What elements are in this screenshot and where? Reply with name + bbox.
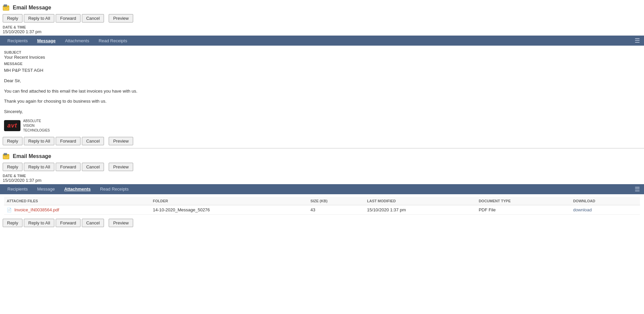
reply-all-button-2-top[interactable]: Reply to All — [24, 163, 54, 171]
reply-button-2-top[interactable]: Reply — [3, 163, 22, 171]
menu-icon-1[interactable]: ☰ — [633, 36, 641, 46]
date-section-1: DATE & TIME 15/10/2020 1:37 pm — [0, 24, 644, 36]
message-body-1: MH P&P TEST AGH Dear Sir, You can find a… — [4, 67, 640, 115]
tab-message-2[interactable]: Message — [33, 185, 60, 194]
preview-button-2-bottom[interactable]: Preview — [109, 219, 133, 227]
cancel-button-1-top[interactable]: Cancel — [82, 14, 104, 22]
tab-recipients-2[interactable]: Recipients — [3, 185, 33, 194]
date-section-2: DATE & TIME 15/10/2020 1:37 pm — [0, 172, 644, 184]
tab-recipients-1[interactable]: Recipients — [3, 36, 33, 45]
email-header-2: Email Message — [0, 151, 644, 161]
avt-line3: TECHNOLOGIES — [23, 128, 50, 133]
date-label-2: DATE & TIME — [3, 174, 641, 178]
col-header-download: DOWNLOAD — [571, 197, 640, 205]
preview-button-1-bottom[interactable]: Preview — [109, 137, 133, 145]
greeting2: Dear Sir, — [4, 77, 640, 85]
content-area-1: SUBJECT Your Recent Invoices MESSAGE MH … — [0, 46, 644, 136]
message-label-1: MESSAGE — [4, 62, 640, 66]
reply-button-1-bottom[interactable]: Reply — [3, 137, 22, 145]
svg-rect-5 — [4, 153, 7, 155]
tab-read-receipts-1[interactable]: Read Receipts — [94, 36, 132, 45]
col-header-size: SIZE (KB) — [308, 197, 365, 205]
forward-button-2-top[interactable]: Forward — [56, 163, 80, 171]
reply-all-button-2-bottom[interactable]: Reply to All — [24, 219, 54, 227]
tab-message-1[interactable]: Message — [33, 36, 60, 45]
tab-read-receipts-2[interactable]: Read Receipts — [95, 185, 133, 194]
forward-button-1-top[interactable]: Forward — [56, 14, 80, 22]
cancel-button-1-bottom[interactable]: Cancel — [82, 137, 104, 145]
svg-rect-2 — [4, 4, 7, 7]
reply-all-button-1-bottom[interactable]: Reply to All — [24, 137, 54, 145]
email-icon-2 — [3, 153, 10, 160]
reply-button-1-top[interactable]: Reply — [3, 14, 22, 22]
email-title-2: Email Message — [13, 153, 51, 159]
col-header-type: DOCUMENT TYPE — [476, 197, 571, 205]
body2: Thank you again for choosing to do busin… — [4, 98, 640, 105]
tab-attachments-2[interactable]: Attachments — [59, 185, 95, 194]
toolbar-1-top: Reply Reply to All Forward Cancel Previe… — [0, 13, 644, 24]
avt-line2: VISION — [23, 123, 50, 128]
subject-value-1: Your Recent Invoices — [4, 55, 640, 60]
toolbar-2-top: Reply Reply to All Forward Cancel Previe… — [0, 161, 644, 172]
subject-label-1: SUBJECT — [4, 50, 640, 54]
attachments-table: ATTACHED FILES FOLDER SIZE (KB) LAST MOD… — [4, 197, 640, 215]
preview-button-1-top[interactable]: Preview — [109, 14, 133, 22]
closing: Sincerely, — [4, 108, 640, 115]
forward-button-1-bottom[interactable]: Forward — [56, 137, 80, 145]
toolbar-2-bottom: Reply Reply to All Forward Cancel Previe… — [0, 217, 644, 228]
avt-text: ABSOLUTE VISION TECHNOLOGIES — [23, 119, 50, 133]
date-value-2: 15/10/2020 1:37 pm — [3, 178, 641, 183]
email-header-1: Email Message — [0, 3, 644, 13]
pdf-icon: 📄 — [7, 208, 12, 212]
reply-button-2-bottom[interactable]: Reply — [3, 219, 22, 227]
attachment-row-0: 📄 Invoice_IN0038564.pdf 14-10-2020_Messa… — [4, 205, 640, 214]
cancel-button-2-bottom[interactable]: Cancel — [82, 219, 104, 227]
download-link-0[interactable]: download — [573, 207, 592, 212]
col-header-modified: LAST MODIFIED — [364, 197, 476, 205]
email-block-2: Email Message Reply Reply to All Forward… — [0, 148, 644, 228]
forward-button-2-bottom[interactable]: Forward — [56, 219, 80, 227]
page-container: Email Message Reply Reply to All Forward… — [0, 0, 644, 314]
tabs-bar-2: Recipients Message Attachments Read Rece… — [0, 184, 644, 194]
col-header-files: ATTACHED FILES — [4, 197, 150, 205]
attachment-type-0: PDF File — [476, 205, 571, 214]
attachment-download-0[interactable]: download — [571, 205, 640, 214]
preview-button-2-top[interactable]: Preview — [109, 163, 133, 171]
attachments-header-row: ATTACHED FILES FOLDER SIZE (KB) LAST MOD… — [4, 197, 640, 205]
body1: You can find attached to this email the … — [4, 88, 640, 95]
email-icon-1 — [3, 4, 10, 11]
date-value-1: 15/10/2020 1:37 pm — [3, 29, 641, 34]
avt-badge: avt — [4, 120, 20, 131]
email-block-1: Email Message Reply Reply to All Forward… — [0, 0, 644, 147]
email-title-1: Email Message — [13, 5, 51, 11]
date-label-1: DATE & TIME — [3, 25, 641, 29]
toolbar-1-bottom: Reply Reply to All Forward Cancel Previe… — [0, 136, 644, 147]
attachment-folder-0: 14-10-2020_Message_50276 — [150, 205, 308, 214]
menu-icon-2[interactable]: ☰ — [633, 184, 641, 194]
file-link-0[interactable]: Invoice_IN0038564.pdf — [14, 207, 59, 212]
greeting1: MH P&P TEST AGH — [4, 67, 640, 74]
cancel-button-2-top[interactable]: Cancel — [82, 163, 104, 171]
col-header-folder: FOLDER — [150, 197, 308, 205]
attachment-modified-0: 15/10/2020 1:37 pm — [364, 205, 476, 214]
attachment-size-0: 43 — [308, 205, 365, 214]
avt-line1: ABSOLUTE — [23, 119, 50, 123]
tabs-left-2: Recipients Message Attachments Read Rece… — [3, 185, 133, 194]
content-area-2: ATTACHED FILES FOLDER SIZE (KB) LAST MOD… — [0, 194, 644, 217]
tabs-bar-1: Recipients Message Attachments Read Rece… — [0, 36, 644, 46]
avt-logo: avt ABSOLUTE VISION TECHNOLOGIES — [4, 119, 640, 133]
tabs-left-1: Recipients Message Attachments Read Rece… — [3, 36, 132, 45]
reply-all-button-1-top[interactable]: Reply to All — [24, 14, 54, 22]
attachment-file-0[interactable]: 📄 Invoice_IN0038564.pdf — [4, 205, 150, 214]
tab-attachments-1[interactable]: Attachments — [60, 36, 94, 45]
